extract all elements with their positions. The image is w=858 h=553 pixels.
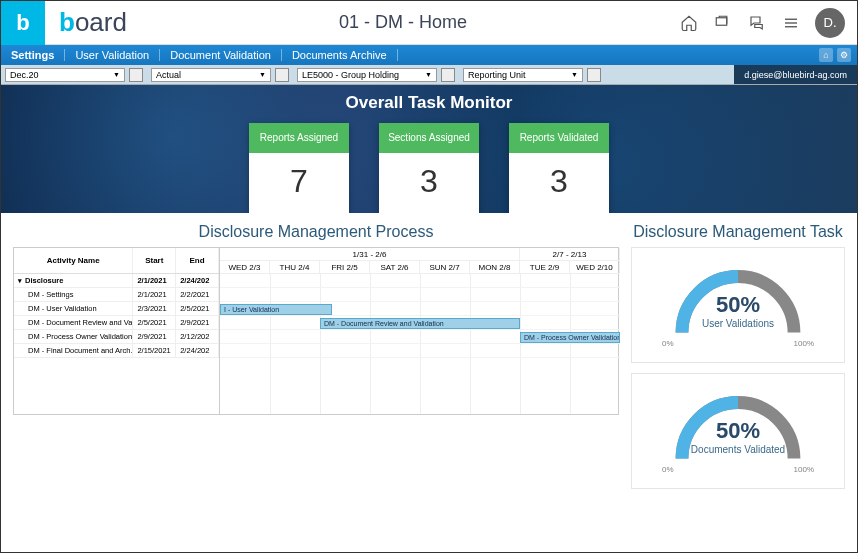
kpi-cards: Reports Assigned 7 Sections Assigned 3 R… <box>1 123 857 213</box>
gauge-value: 50% <box>632 418 844 444</box>
table-row[interactable]: DM - Process Owner Validation 2/9/2021 2… <box>14 330 219 344</box>
menu-icon[interactable] <box>781 13 801 33</box>
filter-period[interactable]: Dec.20 ▼ <box>5 68 125 82</box>
filter-scenario-picker[interactable] <box>275 68 289 82</box>
day-label: WED 2/10 <box>570 261 620 273</box>
presentation-icon[interactable] <box>713 13 733 33</box>
day-label: TUE 2/9 <box>520 261 570 273</box>
tasks-panel: Disclosure Management Task 50% User Vali… <box>631 223 845 499</box>
gantt-bar[interactable]: DM - Document Review and Validation <box>320 318 520 329</box>
filter-scenario[interactable]: Actual ▼ <box>151 68 271 82</box>
kpi-card-reports-assigned: Reports Assigned 7 <box>249 123 349 213</box>
col-activity: Activity Name <box>14 248 133 273</box>
header-actions: D. <box>679 8 857 38</box>
filter-bar: Dec.20 ▼ Actual ▼ LE5000 - Group Holding… <box>1 65 857 85</box>
day-label: SUN 2/7 <box>420 261 470 273</box>
user-email: d.giese@bluebird-ag.com <box>734 65 857 84</box>
gantt-timeline-header: 1/31 - 2/6 2/7 - 2/13 WED 2/3 THU 2/4 FR… <box>220 248 620 274</box>
filter-entity[interactable]: LE5000 - Group Holding ▼ <box>297 68 437 82</box>
nav-document-validation[interactable]: Document Validation <box>160 49 282 61</box>
gantt-bar[interactable]: I - User Validation <box>220 304 332 315</box>
nav-right-icons: ⌂ ⚙ <box>819 48 857 62</box>
day-label: WED 2/3 <box>220 261 270 273</box>
gauge-min: 0% <box>662 339 674 348</box>
gauge-user-validations: 50% User Validations 0% 100% <box>631 247 845 363</box>
gauge-min: 0% <box>662 465 674 474</box>
kpi-label: Reports Assigned <box>249 123 349 153</box>
caret-down-icon: ▼ <box>113 71 120 78</box>
gear-icon[interactable]: ⚙ <box>837 48 851 62</box>
logo-accent: b <box>59 7 75 37</box>
page-title: 01 - DM - Home <box>127 12 679 33</box>
logo-mark-letter: b <box>16 10 29 36</box>
kpi-value: 7 <box>249 153 349 213</box>
gantt-body: I - User Validation DM - Document Review… <box>220 274 620 414</box>
period-label: 2/7 - 2/13 <box>520 248 620 260</box>
svg-rect-0 <box>716 17 727 25</box>
gauge-label: Documents Validated <box>632 444 844 455</box>
logo-mark: b <box>1 1 45 45</box>
day-label: MON 2/8 <box>470 261 520 273</box>
kpi-value: 3 <box>379 153 479 213</box>
table-row[interactable]: DM - User Validation 2/3/2021 2/5/2021 <box>14 302 219 316</box>
gantt-row <box>220 344 620 358</box>
gauge-max: 100% <box>794 465 814 474</box>
main-content: Disclosure Management Process Activity N… <box>1 213 857 499</box>
logo-text: board <box>59 7 127 38</box>
table-row[interactable]: DM - Document Review and Va... 2/5/2021 … <box>14 316 219 330</box>
gantt-grid: Activity Name Start End ▾Disclosure 2/1/… <box>14 248 220 414</box>
nav-user-validation[interactable]: User Validation <box>65 49 160 61</box>
nav-documents-archive[interactable]: Documents Archive <box>282 49 398 61</box>
day-label: FRI 2/5 <box>320 261 370 273</box>
nav-bar: Settings User Validation Document Valida… <box>1 45 857 65</box>
gantt-chart: Activity Name Start End ▾Disclosure 2/1/… <box>13 247 619 415</box>
period-label: 1/31 - 2/6 <box>220 248 520 260</box>
filter-period-value: Dec.20 <box>10 70 39 80</box>
table-row[interactable]: DM - Final Document and Arch... 2/15/202… <box>14 344 219 358</box>
hero-title: Overall Task Monitor <box>1 93 857 113</box>
filter-reporting-unit[interactable]: Reporting Unit ▼ <box>463 68 583 82</box>
table-row[interactable]: DM - Settings 2/1/2021 2/2/2021 <box>14 288 219 302</box>
gauge-value: 50% <box>632 292 844 318</box>
filter-scenario-value: Actual <box>156 70 181 80</box>
avatar-initials: D. <box>824 15 837 30</box>
kpi-label: Reports Validated <box>509 123 609 153</box>
hero-banner: Overall Task Monitor Reports Assigned 7 … <box>1 85 857 213</box>
caret-down-icon: ▼ <box>259 71 266 78</box>
gantt-timeline[interactable]: 1/31 - 2/6 2/7 - 2/13 WED 2/3 THU 2/4 FR… <box>220 248 620 414</box>
nav-settings[interactable]: Settings <box>1 49 65 61</box>
day-label: SAT 2/6 <box>370 261 420 273</box>
gantt-grid-header: Activity Name Start End <box>14 248 219 274</box>
gantt-row <box>220 274 620 288</box>
home-icon[interactable] <box>679 13 699 33</box>
kpi-label: Sections Assigned <box>379 123 479 153</box>
process-title: Disclosure Management Process <box>13 223 619 241</box>
filter-period-picker[interactable] <box>129 68 143 82</box>
gantt-row: I - User Validation <box>220 302 620 316</box>
gauge-max: 100% <box>794 339 814 348</box>
kpi-card-sections-assigned: Sections Assigned 3 <box>379 123 479 213</box>
avatar[interactable]: D. <box>815 8 845 38</box>
col-end: End <box>176 248 219 273</box>
col-start: Start <box>133 248 176 273</box>
chat-icon[interactable] <box>747 13 767 33</box>
kpi-value: 3 <box>509 153 609 213</box>
filter-reporting-unit-picker[interactable] <box>587 68 601 82</box>
gantt-row: DM - Process Owner Validation <box>220 330 620 344</box>
process-panel: Disclosure Management Process Activity N… <box>13 223 619 499</box>
gantt-row: DM - Document Review and Validation <box>220 316 620 330</box>
filter-reporting-unit-value: Reporting Unit <box>468 70 526 80</box>
gantt-bar[interactable]: DM - Process Owner Validation <box>520 332 620 343</box>
table-row[interactable]: ▾Disclosure 2/1/2021 2/24/202 <box>14 274 219 288</box>
gantt-row <box>220 288 620 302</box>
gauge-documents-validated: 50% Documents Validated 0% 100% <box>631 373 845 489</box>
app-header: b board 01 - DM - Home D. <box>1 1 857 45</box>
expand-icon[interactable]: ▾ <box>18 277 22 285</box>
tasks-title: Disclosure Management Task <box>631 223 845 241</box>
logo-rest: oard <box>75 7 127 37</box>
caret-down-icon: ▼ <box>425 71 432 78</box>
house-icon[interactable]: ⌂ <box>819 48 833 62</box>
day-label: THU 2/4 <box>270 261 320 273</box>
filter-entity-picker[interactable] <box>441 68 455 82</box>
caret-down-icon: ▼ <box>571 71 578 78</box>
